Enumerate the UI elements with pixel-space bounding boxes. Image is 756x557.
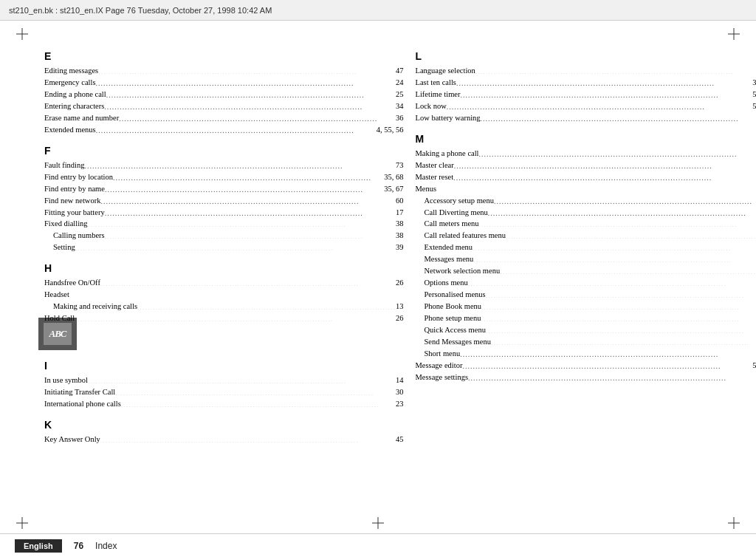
entry-setting: Setting 39 (44, 242, 404, 253)
entry-entering-characters: Entering characters 34 (44, 100, 404, 112)
column-2: L Language selection 56 Last ten calls 3… (410, 50, 756, 519)
section-H: H (44, 262, 404, 274)
section-F: F (44, 145, 404, 157)
entry-extended-menu: Extended menu 4 (416, 242, 756, 253)
section-K: K (44, 419, 404, 431)
column-1: E Editing messages 47 Emergency calls 24… (44, 50, 410, 519)
entry-personalised-menus: Personalised menus 4 (416, 289, 756, 301)
entry-short-menu: Short menu 4 (416, 348, 756, 360)
section-E: E (44, 50, 404, 62)
entry-phone-book-menu: Phone Book menu 32 (416, 301, 756, 312)
entry-call-related: Call related features menu 40 (416, 230, 756, 242)
entry-call-diverting: Call Diverting menu 41 (416, 207, 756, 219)
header-bar: st210_en.bk : st210_en.IX Page 76 Tuesda… (0, 0, 756, 21)
entry-handsfree: Handsfree On/Off 26 (44, 277, 404, 289)
entry-call-meters: Call meters menu 61 (416, 218, 756, 230)
footer: English 76 Index (0, 533, 756, 557)
entry-last-ten-calls: Last ten calls 37, 69 (416, 77, 756, 89)
entry-network-selection-sub: Network selection menu 58 (416, 265, 756, 277)
entry-in-use-symbol: In use symbol 14 (44, 375, 404, 386)
entry-erase-name: Erase name and number 36 (44, 112, 404, 124)
main-content: E Editing messages 47 Emergency calls 24… (0, 21, 756, 533)
entry-international-calls: International phone calls 23 (44, 398, 404, 410)
entry-menus: Menus (416, 183, 756, 195)
entry-find-new-network: Find new network 60 (44, 195, 404, 207)
entry-fixed-dialling: Fixed dialling 38 (44, 218, 404, 230)
entry-headset: Headset (44, 289, 404, 301)
entry-quick-access: Quick Access menu 67 (416, 324, 756, 336)
entry-message-settings: Message settings 50 (416, 372, 756, 383)
entry-initiating-transfer: Initiating Transfer Call 30 (44, 386, 404, 398)
entry-extended-menus: Extended menus 4, 55, 56 (44, 124, 404, 136)
entry-fault-finding: Fault finding 73 (44, 160, 404, 171)
entry-key-answer: Key Answer Only 45 (44, 434, 404, 445)
entry-making-phone-call: Making a phone call 22 (416, 148, 756, 160)
entry-master-reset: Master reset 56 (416, 171, 756, 183)
section-L: L (416, 50, 756, 62)
entry-options-menu-sub: Options menu 31 (416, 277, 756, 289)
entry-fitting-battery: Fitting your battery 17 (44, 207, 404, 219)
entry-calling-numbers: Calling numbers 38 (44, 230, 404, 242)
footer-language: English (15, 539, 62, 553)
entry-editing-messages: Editing messages 47 (44, 65, 404, 77)
section-I: I (44, 360, 404, 372)
section-M: M (416, 133, 756, 145)
entry-lifetime-timer: Lifetime timer 53, 68 (416, 89, 756, 100)
entry-phone-setup-menu: Phone setup menu 52 (416, 312, 756, 324)
entry-find-by-name: Find entry by name 35, 67 (44, 183, 404, 195)
entry-accessory-setup: Accessory setup menu 64 (416, 195, 756, 207)
entry-making-receiving: Making and receiving calls 13 (44, 301, 404, 312)
entry-messages-menu-sub: Messages menu 46 (416, 253, 756, 265)
entry-language-selection: Language selection 56 (416, 65, 756, 77)
header-text: st210_en.bk : st210_en.IX Page 76 Tuesda… (9, 6, 272, 15)
entry-ending-phone-call: Ending a phone call 25 (44, 89, 404, 100)
entry-lock-now: Lock now 53, 68 (416, 100, 756, 112)
entry-message-editor: Message editor 50, 69 (416, 360, 756, 372)
footer-page-number: 76 (74, 541, 83, 551)
footer-section: Index (95, 541, 117, 551)
entry-find-by-location: Find entry by location 35, 68 (44, 171, 404, 183)
entry-low-battery: Low battery warning 16 (416, 112, 756, 124)
entry-send-messages: Send Messages menu 49 (416, 336, 756, 348)
entry-hold-call: Hold Call 26 (44, 312, 404, 324)
entry-master-clear: Master clear 57 (416, 160, 756, 171)
entry-emergency-calls: Emergency calls 24 (44, 77, 404, 89)
